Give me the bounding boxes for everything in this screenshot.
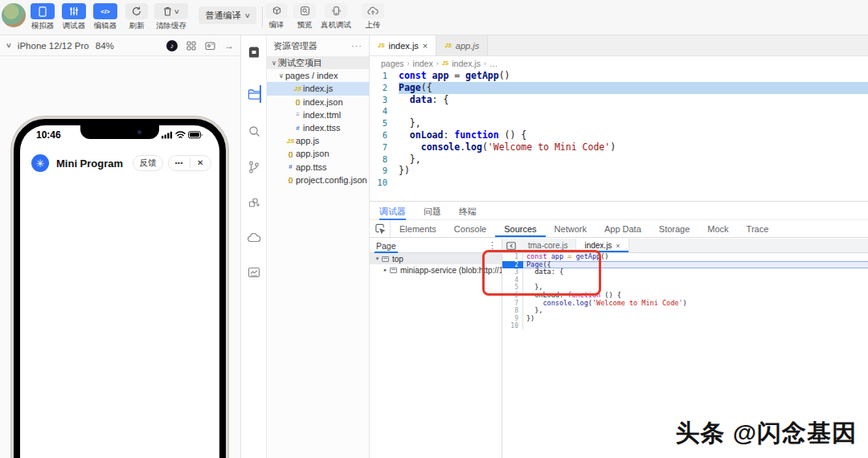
compile-mode-dropdown[interactable]: 普通编译 ∨ xyxy=(199,6,256,24)
simulator-toggle-button[interactable]: 模拟器 xyxy=(31,3,55,31)
refresh-button[interactable]: 刷新 xyxy=(125,3,148,31)
close-tab-icon[interactable]: × xyxy=(423,41,428,51)
devtools-tab-Network[interactable]: Network xyxy=(546,220,596,237)
device-name[interactable]: iPhone 12/12 Pro xyxy=(18,41,89,51)
line-content: }) xyxy=(399,165,868,177)
devtools-tab-Elements[interactable]: Elements xyxy=(391,220,445,237)
code-line-3[interactable]: 3 data: { xyxy=(370,94,868,106)
panel-tab-问题[interactable]: 问题 xyxy=(424,202,441,220)
more-menu-button[interactable]: ••• xyxy=(169,156,190,170)
chevron-down-icon: ∨ xyxy=(244,12,250,19)
js-file-icon: JS xyxy=(444,43,452,48)
explorer-folder-icon[interactable] xyxy=(247,87,261,101)
devtools-tab-Sources[interactable]: Sources xyxy=(495,220,545,237)
file-tree-item-app.json[interactable]: {}app.json xyxy=(267,147,369,160)
line-number[interactable]: 7 xyxy=(502,300,523,308)
chevron-down-icon: ∨ xyxy=(277,72,285,80)
panel-tab-bar: 调试器问题终端 xyxy=(370,202,868,220)
code-line-8[interactable]: 8 }, xyxy=(370,153,868,166)
breadcrumb-segment[interactable]: pages xyxy=(381,59,404,68)
file-tree-item-index.ttml[interactable]: ≡index.ttml xyxy=(267,108,369,121)
widgets-icon[interactable] xyxy=(247,196,261,211)
line-number[interactable]: 9 xyxy=(502,315,523,323)
search-icon[interactable] xyxy=(247,124,261,138)
devtools-tab-Console[interactable]: Console xyxy=(445,220,495,237)
user-avatar[interactable] xyxy=(2,3,26,27)
code-line-10[interactable]: 10 xyxy=(502,322,868,330)
inspect-element-icon[interactable] xyxy=(370,220,391,237)
line-number[interactable]: 10 xyxy=(370,177,399,189)
file-tree-item-index.ttss[interactable]: #index.ttss xyxy=(267,121,369,134)
code-line-9[interactable]: 9}) xyxy=(370,165,868,177)
compile-button[interactable]: 编译 xyxy=(265,3,288,31)
devtools-tab-App Data[interactable]: App Data xyxy=(596,220,650,237)
breadcrumb-segment[interactable]: … xyxy=(489,59,498,68)
line-number[interactable]: 8 xyxy=(502,307,523,315)
file-tree-item-app.js[interactable]: JSapp.js xyxy=(267,134,369,147)
explorer-more-icon[interactable]: ··· xyxy=(351,41,362,51)
line-number[interactable]: 3 xyxy=(370,94,399,106)
chevron-down-icon[interactable]: ∨ xyxy=(6,42,12,49)
feedback-button[interactable]: 反馈 xyxy=(133,155,163,171)
collapse-arrow-icon[interactable]: → xyxy=(224,40,234,51)
file-tree-item-app.ttss[interactable]: #app.ttss xyxy=(267,161,369,174)
code-line-5[interactable]: 5 }, xyxy=(370,117,868,129)
file-tree-item-pages / index[interactable]: ∨pages / index xyxy=(267,69,369,82)
zoom-level[interactable]: 84% xyxy=(96,41,114,51)
devtools-tab-Storage[interactable]: Storage xyxy=(650,220,699,237)
triangle-down-icon[interactable]: ▾ xyxy=(373,256,382,262)
line-number[interactable]: 6 xyxy=(370,129,399,141)
file-tree-item-project.config.json[interactable]: {}project.config.json xyxy=(267,174,369,186)
line-number[interactable]: 8 xyxy=(370,153,399,166)
apps-grid-icon[interactable] xyxy=(186,41,196,51)
line-number[interactable]: 2 xyxy=(370,82,399,94)
close-miniapp-button[interactable]: ✕ xyxy=(190,156,211,170)
devtools-tab-Mock[interactable]: Mock xyxy=(698,220,737,237)
breadcrumb[interactable]: pages›index›JSindex.js›… xyxy=(370,56,868,70)
panel-tab-调试器[interactable]: 调试器 xyxy=(379,202,406,220)
cloud-icon[interactable] xyxy=(247,231,261,245)
file-tree-item-index.json[interactable]: {}index.json xyxy=(267,96,369,108)
project-home-icon[interactable] xyxy=(247,45,261,59)
editor-tab-app.js[interactable]: JSapp.js xyxy=(436,35,488,55)
code-line-6[interactable]: 6 onLoad: function () { xyxy=(370,129,868,141)
code-line-4[interactable]: 4 xyxy=(370,105,868,117)
clear-cache-button[interactable]: ∨ 清除缓存 xyxy=(154,3,188,31)
code-line-7[interactable]: 7 console.log('Welcome to Mini Code') xyxy=(370,141,868,153)
code-line-10[interactable]: 10 xyxy=(370,177,868,189)
editor-code-area: 1const app = getApp()2Page({3 data: {45 … xyxy=(370,70,868,189)
device-debug-button[interactable]: 真机调试 xyxy=(321,3,351,31)
performance-chart-icon[interactable] xyxy=(247,265,261,280)
upload-button[interactable]: 上传 xyxy=(362,3,384,31)
douyin-icon[interactable]: ♪ xyxy=(166,40,178,51)
file-tree-item-测试空项目[interactable]: ∨测试空项目 xyxy=(267,56,369,69)
code-line-1[interactable]: 1const app = getApp() xyxy=(370,70,868,82)
git-branch-icon[interactable] xyxy=(247,160,261,174)
code-line-9[interactable]: 9}) xyxy=(502,315,868,323)
line-number[interactable]: 4 xyxy=(370,105,399,117)
breadcrumb-segment[interactable]: index xyxy=(413,59,433,68)
breadcrumb-segment[interactable]: index.js xyxy=(452,59,481,68)
code-line-7[interactable]: 7 console.log('Welcome to Mini Code') xyxy=(502,300,868,308)
line-number[interactable]: 1 xyxy=(370,70,399,82)
screenshot-icon[interactable] xyxy=(205,41,215,51)
code-line-2[interactable]: 2Page({ xyxy=(370,82,868,94)
line-number[interactable]: 7 xyxy=(370,141,399,153)
preview-button[interactable]: 预览 xyxy=(293,3,316,31)
navigator-tab-page[interactable]: Page xyxy=(375,239,398,253)
file-tree-item-index.js[interactable]: JSindex.js xyxy=(267,82,369,95)
triangle-right-icon[interactable]: ▸ xyxy=(381,267,390,273)
panel-tab-终端[interactable]: 终端 xyxy=(459,202,477,220)
line-content: data: { xyxy=(399,94,868,106)
debugger-toggle-button[interactable]: 调试器 xyxy=(62,3,86,31)
tab-label: app.js xyxy=(456,41,479,51)
close-tab-icon[interactable]: × xyxy=(616,242,620,250)
code-line-8[interactable]: 8 }, xyxy=(502,307,868,315)
code-icon: </> xyxy=(100,8,110,15)
editor-toggle-button[interactable]: </> 编辑器 xyxy=(93,3,117,31)
line-number[interactable]: 9 xyxy=(370,165,399,177)
devtools-tab-Trace[interactable]: Trace xyxy=(738,220,778,237)
editor-tab-index.js[interactable]: JSindex.js× xyxy=(370,35,436,55)
line-number[interactable]: 5 xyxy=(370,117,399,129)
line-number[interactable]: 10 xyxy=(502,322,523,330)
